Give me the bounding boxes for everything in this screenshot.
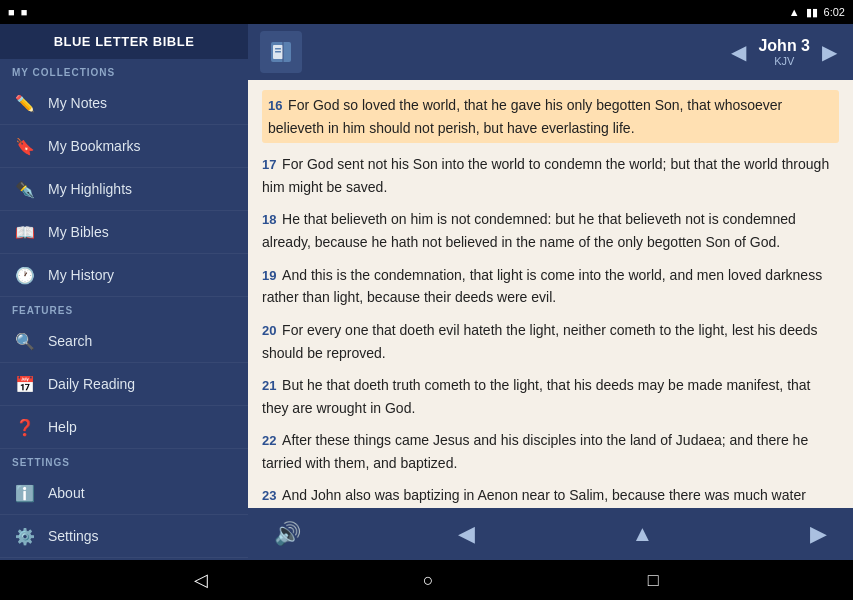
sidebar-item-help[interactable]: ❓ Help: [0, 406, 248, 449]
sidebar: BLUE LETTER BIBLE MY COLLECTIONS ✏️ My N…: [0, 24, 248, 560]
verse-row[interactable]: 19 And this is the condemnation, that li…: [262, 264, 839, 309]
back-button[interactable]: ◁: [174, 563, 228, 597]
sidebar-daily-reading-label: Daily Reading: [48, 376, 135, 392]
settings-icon: ⚙️: [14, 525, 36, 547]
verse-number: 19: [262, 268, 280, 283]
bookmarks-icon: 🔖: [14, 135, 36, 157]
battery-icon: ▮▮: [806, 6, 818, 19]
sidebar-item-history[interactable]: 🕐 My History: [0, 254, 248, 297]
history-icon: 🕐: [14, 264, 36, 286]
verse-row[interactable]: 21 But he that doeth truth cometh to the…: [262, 374, 839, 419]
verse-row[interactable]: 17 For God sent not his Son into the wor…: [262, 153, 839, 198]
audio-icon[interactable]: 🔊: [268, 515, 307, 553]
chapter-version: KJV: [758, 55, 810, 67]
search-icon: 🔍: [14, 330, 36, 352]
verse-row[interactable]: 16 For God so loved the world, that he g…: [262, 90, 839, 143]
verse-text: For God so loved the world, that he gave…: [268, 97, 782, 136]
chapter-info: John 3 KJV: [758, 37, 810, 67]
status-bar: ■ ■ ▲ ▮▮ 6:02: [0, 0, 853, 24]
svg-rect-2: [275, 48, 281, 50]
time-display: 6:02: [824, 6, 845, 18]
verse-text: For God sent not his Son into the world …: [262, 156, 829, 195]
notes-icon: ✏️: [14, 92, 36, 114]
verse-number: 18: [262, 212, 280, 227]
bibles-icon: 📖: [14, 221, 36, 243]
main-content: ◀ John 3 KJV ▶ 16 For God so loved the w…: [248, 24, 853, 560]
verse-number: 22: [262, 433, 280, 448]
next-chapter-button[interactable]: ▶: [818, 36, 841, 68]
status-right-icons: ▲ ▮▮ 6:02: [789, 6, 845, 19]
features-label: FEATURES: [0, 297, 248, 320]
status-icon-1: ■: [8, 6, 15, 18]
sidebar-item-search[interactable]: 🔍 Search: [0, 320, 248, 363]
prev-chapter-button[interactable]: ◀: [727, 36, 750, 68]
help-icon: ❓: [14, 416, 36, 438]
home-button[interactable]: ○: [403, 564, 454, 597]
bible-book-icon: [267, 38, 295, 66]
bible-text-area[interactable]: 16 For God so loved the world, that he g…: [248, 80, 853, 508]
verse-text: And John also was baptizing in Aenon nea…: [262, 487, 806, 508]
sidebar-bookmarks-label: My Bookmarks: [48, 138, 141, 154]
collections-label: MY COLLECTIONS: [0, 59, 248, 82]
sidebar-item-bookmarks[interactable]: 🔖 My Bookmarks: [0, 125, 248, 168]
verse-text: And this is the condemnation, that light…: [262, 267, 822, 306]
wifi-icon: ▲: [789, 6, 800, 18]
verse-number: 17: [262, 157, 280, 172]
app-body: BLUE LETTER BIBLE MY COLLECTIONS ✏️ My N…: [0, 24, 853, 560]
sidebar-notes-label: My Notes: [48, 95, 107, 111]
highlights-icon: ✒️: [14, 178, 36, 200]
up-icon[interactable]: ▲: [625, 515, 659, 553]
verse-row[interactable]: 20 For every one that doeth evil hateth …: [262, 319, 839, 364]
verse-text: He that believeth on him is not condemne…: [262, 211, 796, 250]
svg-rect-3: [275, 51, 281, 53]
sidebar-item-daily-reading[interactable]: 📅 Daily Reading: [0, 363, 248, 406]
sidebar-item-bibles[interactable]: 📖 My Bibles: [0, 211, 248, 254]
verse-row[interactable]: 22 After these things came Jesus and his…: [262, 429, 839, 474]
sidebar-history-label: My History: [48, 267, 114, 283]
top-bar: ◀ John 3 KJV ▶: [248, 24, 853, 80]
android-nav-bar: ◁ ○ □: [0, 560, 853, 600]
sidebar-item-notes[interactable]: ✏️ My Notes: [0, 82, 248, 125]
sidebar-help-label: Help: [48, 419, 77, 435]
sidebar-highlights-label: My Highlights: [48, 181, 132, 197]
book-icon-button[interactable]: [260, 31, 302, 73]
verse-text: But he that doeth truth cometh to the li…: [262, 377, 811, 416]
verse-text: After these things came Jesus and his di…: [262, 432, 808, 471]
recents-button[interactable]: □: [628, 564, 679, 597]
app-title: BLUE LETTER BIBLE: [12, 34, 236, 49]
chapter-name: John 3: [758, 37, 810, 55]
sidebar-item-highlights[interactable]: ✒️ My Highlights: [0, 168, 248, 211]
sidebar-about-label: About: [48, 485, 85, 501]
bottom-bar: 🔊 ◀ ▲ ▶: [248, 508, 853, 560]
verse-number: 16: [268, 98, 286, 113]
status-left-icons: ■ ■: [8, 6, 27, 18]
verse-number: 23: [262, 488, 280, 503]
sidebar-header: BLUE LETTER BIBLE: [0, 24, 248, 59]
sidebar-item-about[interactable]: ℹ️ About: [0, 472, 248, 515]
status-icon-2: ■: [21, 6, 28, 18]
verse-number: 20: [262, 323, 280, 338]
about-icon: ℹ️: [14, 482, 36, 504]
settings-label: SETTINGS: [0, 449, 248, 472]
sidebar-item-settings[interactable]: ⚙️ Settings: [0, 515, 248, 558]
verse-number: 21: [262, 378, 280, 393]
sidebar-search-label: Search: [48, 333, 92, 349]
sidebar-bibles-label: My Bibles: [48, 224, 109, 240]
verse-row[interactable]: 18 He that believeth on him is not conde…: [262, 208, 839, 253]
share-icon[interactable]: ▶: [804, 515, 833, 553]
verse-text: For every one that doeth evil hateth the…: [262, 322, 818, 361]
back-icon[interactable]: ◀: [452, 515, 481, 553]
sidebar-settings-label: Settings: [48, 528, 99, 544]
verse-row[interactable]: 23 And John also was baptizing in Aenon …: [262, 484, 839, 508]
daily-reading-icon: 📅: [14, 373, 36, 395]
chapter-nav: ◀ John 3 KJV ▶: [727, 36, 841, 68]
